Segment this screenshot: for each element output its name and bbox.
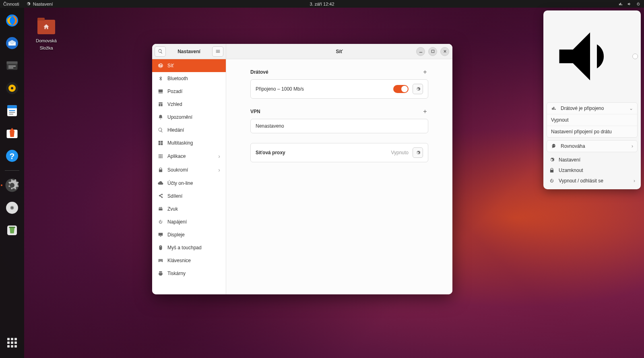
- svg-rect-11: [9, 110, 15, 111]
- dock-rhythmbox[interactable]: [4, 80, 20, 96]
- settings-content: Síť Drátové + Připojeno – 1000 Mb/s: [226, 44, 452, 294]
- sidebar-item-label: Tiskárny: [167, 271, 186, 276]
- rhythmbox-icon: [5, 81, 19, 95]
- wired-header-row[interactable]: Drátové je připojeno ⌄: [547, 103, 637, 114]
- minimize-button[interactable]: [416, 47, 425, 56]
- sidebar-item-printer[interactable]: Tiskárny: [152, 267, 226, 280]
- dock-trash[interactable]: [4, 222, 20, 238]
- dock-settings[interactable]: [4, 177, 20, 193]
- minimize-icon: [419, 50, 423, 53]
- content-title: Síť: [336, 49, 343, 54]
- globe-icon: [158, 63, 163, 68]
- sidebar-item-bell[interactable]: Upozornění: [152, 111, 226, 124]
- sidebar-item-label: Vzhled: [167, 101, 182, 107]
- dock-firefox[interactable]: [4, 12, 20, 29]
- add-wired-button[interactable]: +: [422, 69, 428, 75]
- svg-point-8: [11, 87, 13, 89]
- balance-label: Rovnováha: [561, 143, 585, 149]
- add-vpn-button[interactable]: +: [422, 108, 428, 115]
- trash-icon: [5, 223, 19, 238]
- settings-sidebar: Nastavení SíťBluetoothPozadíVzhledUpozor…: [152, 44, 226, 294]
- clock[interactable]: 3. září 12:42: [310, 2, 334, 6]
- proxy-status: Vypnuto: [391, 150, 409, 155]
- lock-row[interactable]: Uzamknout: [543, 165, 641, 176]
- quick-settings-label: Nastavení: [559, 157, 580, 163]
- sidebar-item-sound[interactable]: Zvuk: [152, 203, 226, 215]
- dock-writer[interactable]: [4, 103, 20, 119]
- cloud-icon: [158, 180, 163, 186]
- quick-settings-row[interactable]: Nastavení: [543, 155, 641, 165]
- apps-grid-icon: [7, 338, 17, 348]
- system-tray[interactable]: [618, 2, 641, 6]
- wired-group: Drátové je připojeno ⌄ Vypnout Nastavení…: [547, 102, 638, 138]
- content-header: Síť: [226, 44, 452, 59]
- lock-icon: [158, 167, 163, 173]
- wired-toggle[interactable]: [393, 85, 409, 93]
- sidebar-item-label: Zvuk: [167, 206, 178, 212]
- sidebar-item-lock[interactable]: Soukromí›: [152, 163, 226, 177]
- sidebar-item-display[interactable]: Displeje: [152, 228, 226, 241]
- dock-help[interactable]: ?: [4, 148, 20, 164]
- sidebar-item-label: Bluetooth: [167, 76, 188, 81]
- dock: ?: [0, 8, 24, 358]
- lock-label: Uzamknout: [559, 168, 583, 173]
- show-apps-button[interactable]: [4, 335, 20, 351]
- wired-settings-row[interactable]: Nastavení připojení po drátu: [547, 126, 637, 137]
- proxy-settings-button[interactable]: [413, 147, 423, 158]
- sidebar-item-label: Upozornění: [167, 114, 192, 120]
- svg-point-20: [11, 207, 13, 209]
- wired-header-label: Drátové je připojeno: [561, 106, 604, 111]
- svg-rect-24: [431, 50, 434, 52]
- sidebar-header: Nastavení: [152, 44, 226, 59]
- app-menu[interactable]: Nastavení: [26, 2, 53, 6]
- sidebar-item-label: Soukromí: [167, 167, 188, 173]
- top-bar: Činnosti Nastavení 3. září 12:42: [0, 0, 644, 8]
- svg-rect-23: [419, 52, 422, 52]
- sidebar-item-appearance[interactable]: Vzhled: [152, 98, 226, 111]
- activities-button[interactable]: Činnosti: [3, 2, 19, 6]
- close-button[interactable]: [440, 47, 449, 56]
- wired-settings-button[interactable]: [413, 84, 423, 94]
- sidebar-item-power[interactable]: Napájení: [152, 215, 226, 228]
- wired-settings-label: Nastavení připojení po drátu: [551, 129, 612, 135]
- sidebar-item-label: Multitasking: [167, 140, 193, 146]
- vpn-heading: VPN: [250, 109, 260, 114]
- volume-icon: [549, 15, 631, 97]
- dock-files[interactable]: [4, 58, 20, 74]
- sidebar-item-search[interactable]: Hledání: [152, 124, 226, 137]
- app-menu-label: Nastavení: [33, 2, 53, 6]
- sidebar-item-label: Hledání: [167, 127, 184, 133]
- search-icon: [158, 49, 163, 54]
- maximize-button[interactable]: [428, 47, 437, 56]
- sidebar-item-keyboard[interactable]: Klávesnice: [152, 254, 226, 267]
- svg-text:?: ?: [10, 151, 15, 161]
- search-button[interactable]: [155, 46, 166, 57]
- firefox-icon: [5, 13, 19, 28]
- balance-row[interactable]: Rovnováha ›: [547, 141, 637, 152]
- svg-rect-13: [9, 114, 14, 115]
- sidebar-item-apps[interactable]: Aplikace›: [152, 149, 226, 163]
- sidebar-item-mouse[interactable]: Myš a touchpad: [152, 241, 226, 254]
- sidebar-item-bluetooth[interactable]: Bluetooth: [152, 72, 226, 85]
- sidebar-item-label: Pozadí: [167, 89, 182, 94]
- files-icon: [5, 58, 19, 73]
- bluetooth-icon: [158, 76, 163, 81]
- dock-software[interactable]: [4, 125, 20, 141]
- power-row[interactable]: Vypnout / odhlásit se ›: [543, 176, 641, 186]
- sidebar-item-share[interactable]: Sdílení: [152, 190, 226, 203]
- appearance-icon: [158, 101, 163, 107]
- sidebar-item-globe[interactable]: Síť: [152, 59, 226, 72]
- dock-disc[interactable]: [4, 200, 20, 216]
- svg-rect-3: [7, 62, 18, 64]
- search-icon: [158, 127, 163, 133]
- proxy-heading: Síťová proxy: [256, 150, 285, 155]
- settings-window: Nastavení SíťBluetoothPozadíVzhledUpozor…: [152, 44, 452, 294]
- home-folder-icon[interactable]: Domovská Složka: [30, 20, 62, 51]
- sidebar-item-desktop[interactable]: Pozadí: [152, 85, 226, 98]
- dock-thunderbird[interactable]: [4, 35, 20, 51]
- wired-off-row[interactable]: Vypnout: [547, 114, 637, 126]
- hamburger-button[interactable]: [212, 46, 223, 57]
- sidebar-item-cloud[interactable]: Účty on-line: [152, 177, 226, 190]
- sidebar-item-multitask[interactable]: Multitasking: [152, 137, 226, 149]
- lock-icon: [549, 168, 555, 173]
